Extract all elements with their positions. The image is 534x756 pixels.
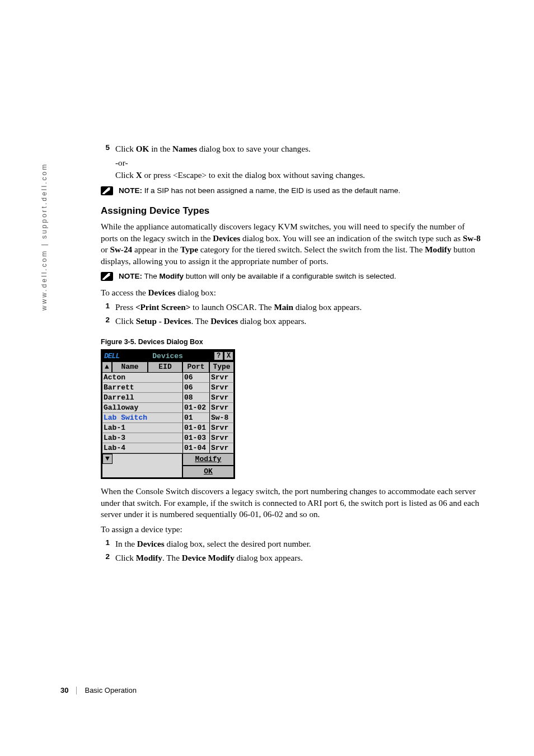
step-number: 1 xyxy=(101,302,115,313)
cell-port: 01 xyxy=(182,413,209,423)
text: category for the tiered switch. Select t… xyxy=(198,245,425,254)
step-alt: Click X or press <Escape> to exit the di… xyxy=(115,170,481,181)
step-2: 2 Click Setup - Devices. The Devices dia… xyxy=(101,316,481,327)
note-2: NOTE: The Modify button will only be ava… xyxy=(101,271,481,281)
text: or xyxy=(101,245,110,254)
ok-button[interactable]: OK xyxy=(182,466,234,478)
step-number: 5 xyxy=(101,143,115,155)
text: dialog box: xyxy=(175,288,216,297)
kw-main: Main xyxy=(274,302,293,312)
table-row[interactable]: Lab-301-03Srvr xyxy=(102,433,234,443)
step-number: 1 xyxy=(101,538,115,550)
dialog-titlebar: DELL Devices ? X xyxy=(102,350,234,361)
close-button[interactable]: X xyxy=(224,351,233,360)
step-body: Press <Print Screen> to launch OSCAR. Th… xyxy=(115,302,362,313)
main-content: 5 Click OK in the Names dialog box to sa… xyxy=(101,143,481,566)
modify-button[interactable]: Modify xyxy=(182,453,234,466)
step-body: Click OK in the Names dialog box to save… xyxy=(115,143,311,155)
text: to launch OSCAR. The xyxy=(190,302,274,312)
cell-name: Acton xyxy=(102,373,182,383)
text: dialog box to save your changes. xyxy=(197,144,311,153)
table-row[interactable]: Darrell08Srvr xyxy=(102,393,234,403)
dell-logo: DELL xyxy=(102,352,121,360)
devices-dialog: DELL Devices ? X ▲ Name EID Port Type Ac… xyxy=(101,349,235,479)
note-label: NOTE: xyxy=(119,272,142,280)
kw-devices: Devices xyxy=(137,539,165,548)
text: Click xyxy=(115,170,136,180)
table-row[interactable]: Lab-401-04Srvr xyxy=(102,443,234,453)
cell-name: Lab Switch xyxy=(102,413,182,423)
cell-type: Srvr xyxy=(209,393,234,403)
cell-port: 08 xyxy=(182,393,209,403)
cell-name: Lab-4 xyxy=(102,443,182,453)
page-number: 30 xyxy=(60,686,68,694)
header-port[interactable]: Port xyxy=(182,361,209,373)
table-row[interactable]: Barrett06Srvr xyxy=(102,383,234,393)
cell-type: Srvr xyxy=(209,423,234,433)
step-body: Click Setup - Devices. The Devices dialo… xyxy=(115,316,306,327)
text: dialog box, select the desired port numb… xyxy=(165,539,311,548)
text: dialog box. You will see an indication o… xyxy=(240,233,462,243)
kw-type: Type xyxy=(180,245,198,254)
figure-caption: Figure 3-5. Devices Dialog Box xyxy=(101,338,481,346)
text: Click xyxy=(115,553,136,562)
table-row[interactable]: Lab Switch01Sw-8 xyxy=(102,413,234,423)
text: The xyxy=(142,272,160,280)
cell-port: 01-01 xyxy=(182,423,209,433)
kw-modify: Modify xyxy=(160,272,184,280)
kw-setup-devices: Setup - Devices xyxy=(136,316,191,326)
table-row[interactable]: Acton06Srvr xyxy=(102,373,234,383)
cell-port: 01-02 xyxy=(182,403,209,413)
cell-port: 06 xyxy=(182,373,209,383)
note-text: NOTE: The Modify button will only be ava… xyxy=(119,271,396,281)
cell-name: Barrett xyxy=(102,383,182,393)
text: in the xyxy=(149,144,172,153)
text: Press xyxy=(115,302,135,312)
cell-type: Srvr xyxy=(209,403,234,413)
step-number: 2 xyxy=(101,552,115,564)
header-eid[interactable]: EID xyxy=(148,361,182,373)
cell-port: 06 xyxy=(182,383,209,393)
kw-x: X xyxy=(136,170,142,180)
cell-name: Lab-1 xyxy=(102,423,182,433)
sidebar-url: www.dell.com | support.dell.com xyxy=(40,143,51,311)
kw-devices: Devices xyxy=(210,316,238,326)
footer-right: Modify OK xyxy=(182,453,234,478)
step-number: 2 xyxy=(101,316,115,327)
note-icon xyxy=(101,186,113,195)
text: If a SIP has not been assigned a name, t… xyxy=(142,186,400,195)
dialog-footer: ▼ Modify OK xyxy=(102,453,234,478)
cell-type: Srvr xyxy=(209,443,234,453)
table-row[interactable]: Galloway01-02Srvr xyxy=(102,403,234,413)
dialog-title: Devices xyxy=(121,352,214,360)
text: . The xyxy=(191,316,210,326)
cell-type: Srvr xyxy=(209,433,234,443)
text: O xyxy=(204,467,208,476)
kw-printscreen: <Print Screen> xyxy=(135,302,190,312)
cell-name: Galloway xyxy=(102,403,182,413)
note-icon xyxy=(101,272,113,281)
kw-sw24: Sw-24 xyxy=(110,245,132,254)
cell-type: Srvr xyxy=(209,373,234,383)
note-text: NOTE: If a SIP has not been assigned a n… xyxy=(119,186,400,196)
text: dialog box appears. xyxy=(238,316,306,326)
help-button[interactable]: ? xyxy=(214,351,223,360)
kw-devices: Devices xyxy=(148,288,176,297)
kw-sw8: Sw-8 xyxy=(463,233,481,243)
chapter-name: Basic Operation xyxy=(85,686,137,694)
footer-separator xyxy=(76,687,77,694)
table-row[interactable]: Lab-101-01Srvr xyxy=(102,423,234,433)
step-1: 1 Press <Print Screen> to launch OSCAR. … xyxy=(101,302,481,313)
kw-names: Names xyxy=(172,144,197,153)
footer-left: ▼ xyxy=(102,453,182,478)
kw-modify: Modify xyxy=(136,553,162,562)
kw-device-modify: Device Modify xyxy=(182,553,235,562)
scroll-up-button[interactable]: ▲ xyxy=(102,361,112,373)
scroll-down-button[interactable]: ▼ xyxy=(102,454,113,464)
header-type: Type xyxy=(209,361,234,373)
paragraph-4: To assign a device type: xyxy=(101,524,481,536)
cell-port: 01-03 xyxy=(182,433,209,443)
text: Click xyxy=(115,144,136,153)
header-name[interactable]: Name xyxy=(112,361,148,373)
dialog-header-row: ▲ Name EID Port Type xyxy=(102,361,234,373)
